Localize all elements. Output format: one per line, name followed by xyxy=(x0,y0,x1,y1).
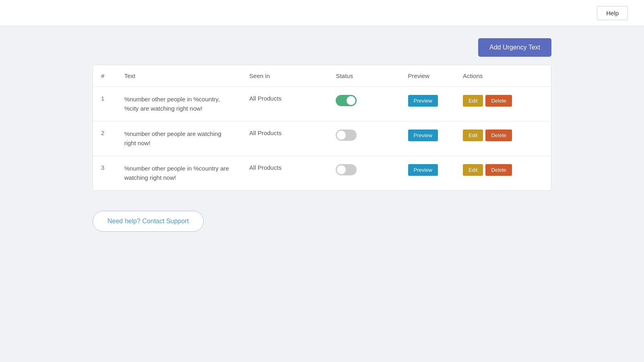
row-preview-cell-1: Preview xyxy=(400,87,455,121)
col-header-seen-in: Seen in xyxy=(241,65,328,87)
urgency-table-container: # Text Seen in Status Preview Actions 1 … xyxy=(93,65,551,191)
col-header-number: # xyxy=(93,65,116,87)
col-header-text: Text xyxy=(116,65,242,87)
toggle-slider-2 xyxy=(336,130,357,141)
toggle-slider-3 xyxy=(336,164,357,175)
add-urgency-button[interactable]: Add Urgency Text xyxy=(478,38,551,57)
row-status-3[interactable] xyxy=(328,156,400,191)
row-seen-in-3: All Products xyxy=(241,156,328,191)
top-action-bar: Add Urgency Text xyxy=(93,38,551,57)
edit-button-3[interactable]: Edit xyxy=(463,164,483,176)
row-text-1: %number other people in %country, %city … xyxy=(116,87,242,121)
row-preview-cell-2: Preview xyxy=(400,121,455,156)
header: Help xyxy=(0,0,644,26)
table-row: 2 %number other people are watching righ… xyxy=(93,121,551,156)
help-button[interactable]: Help xyxy=(597,6,628,20)
row-text-3: %number other people in %country are wat… xyxy=(116,156,242,191)
footer-support: Need help? Contact Support xyxy=(93,211,551,232)
col-header-status: Status xyxy=(328,65,400,87)
row-status-1[interactable] xyxy=(328,87,400,121)
preview-button-2[interactable]: Preview xyxy=(408,130,438,141)
row-number-2: 2 xyxy=(93,121,116,156)
delete-button-1[interactable]: Delete xyxy=(485,95,512,107)
contact-support-button[interactable]: Need help? Contact Support xyxy=(93,211,204,232)
action-buttons-3: Edit Delete xyxy=(463,164,543,176)
table-row: 1 %number other people in %country, %cit… xyxy=(93,87,551,121)
row-number-3: 3 xyxy=(93,156,116,191)
table-row: 3 %number other people in %country are w… xyxy=(93,156,551,191)
table-header-row: # Text Seen in Status Preview Actions xyxy=(93,65,551,87)
delete-button-3[interactable]: Delete xyxy=(485,164,512,176)
edit-button-2[interactable]: Edit xyxy=(463,130,483,141)
urgency-table: # Text Seen in Status Preview Actions 1 … xyxy=(93,65,551,190)
preview-button-3[interactable]: Preview xyxy=(408,164,438,176)
preview-button-container-1: Preview xyxy=(408,95,447,107)
main-content: Add Urgency Text # Text Seen in Status P… xyxy=(0,26,644,244)
edit-button-1[interactable]: Edit xyxy=(463,95,483,107)
col-header-preview: Preview xyxy=(400,65,455,87)
action-buttons-2: Edit Delete xyxy=(463,130,543,141)
row-seen-in-2: All Products xyxy=(241,121,328,156)
action-buttons-1: Edit Delete xyxy=(463,95,543,107)
toggle-3[interactable] xyxy=(336,164,357,175)
delete-button-2[interactable]: Delete xyxy=(485,130,512,141)
toggle-2[interactable] xyxy=(336,130,357,141)
row-actions-cell-2: Edit Delete xyxy=(455,121,551,156)
row-status-2[interactable] xyxy=(328,121,400,156)
row-actions-cell-1: Edit Delete xyxy=(455,87,551,121)
row-actions-cell-3: Edit Delete xyxy=(455,156,551,191)
toggle-slider-1 xyxy=(336,95,357,106)
preview-button-container-2: Preview xyxy=(408,130,447,141)
preview-button-1[interactable]: Preview xyxy=(408,95,438,107)
row-seen-in-1: All Products xyxy=(241,87,328,121)
preview-button-container-3: Preview xyxy=(408,164,447,176)
row-number-1: 1 xyxy=(93,87,116,121)
toggle-1[interactable] xyxy=(336,95,357,106)
row-preview-cell-3: Preview xyxy=(400,156,455,191)
row-text-2: %number other people are watching right … xyxy=(116,121,242,156)
col-header-actions: Actions xyxy=(455,65,551,87)
